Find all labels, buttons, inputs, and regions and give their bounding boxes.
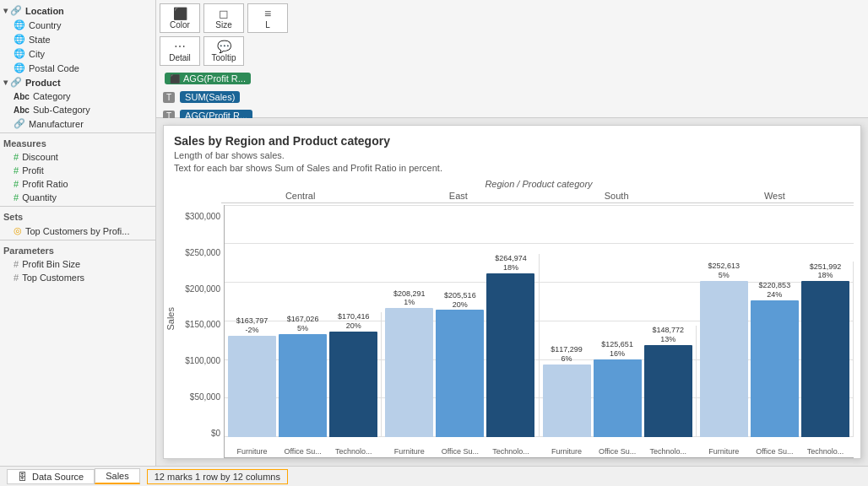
- country-label: Country: [29, 20, 62, 30]
- sidebar-item-postalcode[interactable]: 🌐 Postal Code: [0, 61, 155, 75]
- tooltip-button[interactable]: 💬 Tooltip: [203, 36, 244, 66]
- globe-icon: 🌐: [14, 48, 25, 59]
- sidebar-item-profit[interactable]: # Profit: [0, 164, 155, 177]
- bar-x-label: Technolo...: [801, 447, 849, 456]
- datasource-tab-label: Data Source: [32, 472, 84, 482]
- bar-rect: [436, 310, 484, 437]
- detail-icon: ⋯: [174, 40, 186, 53]
- region-west: West: [696, 191, 854, 203]
- topcustomers-label: Top Customers: [22, 273, 84, 283]
- l-button[interactable]: ≡ L: [247, 3, 288, 33]
- bar-rect: [700, 281, 748, 437]
- tooltip-label: Tooltip: [212, 53, 236, 62]
- globe-icon: 🌐: [14, 34, 25, 45]
- hash-icon: #: [14, 165, 19, 176]
- size-button[interactable]: ◻ Size: [203, 3, 244, 33]
- sets-icon: ◎: [14, 225, 22, 236]
- link-icon: 🔗: [14, 118, 25, 129]
- sidebar-item-manufacturer[interactable]: 🔗 Manufacturer: [0, 116, 155, 131]
- detail-label: Detail: [169, 53, 191, 62]
- sidebar-section-product[interactable]: ▾ 🔗 Product: [0, 75, 155, 89]
- bar-value-label: $205,516 20%: [444, 291, 476, 310]
- hash-icon: #: [14, 259, 19, 269]
- y-tick: $0: [211, 429, 220, 438]
- parameters-header: Parameters: [0, 242, 155, 257]
- bar-x-label: Furniture: [228, 447, 276, 456]
- bar-value-label: $163,797 -2%: [236, 316, 269, 335]
- datasource-tab[interactable]: 🗄 Data Source: [7, 469, 95, 484]
- y-tick: $100,000: [185, 356, 220, 365]
- l-icon: ≡: [264, 7, 271, 20]
- bar-x-label: Technolo...: [486, 447, 534, 456]
- bar-col: $251,992 18%Technolo...: [801, 262, 849, 437]
- y-tick: $250,000: [185, 248, 220, 257]
- pill-text: SUM(Sales): [185, 92, 235, 102]
- state-label: State: [29, 35, 51, 45]
- marks-buttons-row2: ⋯ Detail 💬 Tooltip: [160, 36, 440, 66]
- sidebar-item-city[interactable]: 🌐 City: [0, 46, 155, 61]
- sidebar-item-quantity[interactable]: # Quantity: [0, 191, 155, 204]
- bar-x-label: Furniture: [700, 447, 748, 456]
- bar-value-label: $264,974 18%: [495, 254, 527, 273]
- sidebar-item-sets[interactable]: ◎ Top Customers by Profi...: [0, 224, 155, 238]
- bar-col: $125,651 16%Office Su...: [594, 340, 642, 437]
- bars-area: $300,000 $250,000 $200,000 $150,000 $100…: [177, 205, 854, 458]
- region-group-central: $163,797 -2%Furniture$167,026 5%Office S…: [225, 312, 382, 437]
- y-tick: $50,000: [190, 392, 220, 402]
- bar-col: $252,613 5%Furniture: [700, 262, 748, 437]
- region-header: Region / Product category: [224, 179, 854, 189]
- color-button[interactable]: ⬛ Color: [160, 3, 200, 33]
- discount-label: Discount: [22, 152, 58, 162]
- sidebar-item-country[interactable]: 🌐 Country: [0, 18, 155, 32]
- chart-subtitle2: Text for each bar shows Sum of Sales and…: [174, 163, 442, 173]
- hash-icon: #: [14, 273, 19, 283]
- pill-sum-sales[interactable]: T SUM(Sales): [163, 89, 437, 105]
- sales-tab[interactable]: Sales: [95, 468, 140, 484]
- sidebar-item-category[interactable]: Abc Category: [0, 89, 155, 103]
- bar-value-label: $251,992 18%: [810, 262, 842, 281]
- manufacturer-label: Manufacturer: [29, 119, 84, 129]
- region-east: East: [379, 191, 537, 203]
- pill-agg-profit-r-green[interactable]: ⬛ AGG(Profit R...: [163, 71, 437, 86]
- bar-value-label: $117,299 6%: [551, 345, 583, 364]
- bar-col: $163,797 -2%Furniture: [228, 316, 276, 437]
- bar-x-label: Office Su...: [594, 447, 642, 456]
- bar-rect: [486, 273, 534, 437]
- sidebar-item-topcustomers[interactable]: # Top Customers: [0, 271, 155, 284]
- marks-buttons-row: ⬛ Color ◻ Size ≡ L: [160, 3, 440, 33]
- sidebar-item-subcategory[interactable]: Abc Sub-Category: [0, 103, 155, 116]
- bar-rect: [543, 364, 591, 437]
- sets-header: Sets: [0, 208, 155, 224]
- color-label: Color: [170, 20, 190, 30]
- bars-groups: $163,797 -2%Furniture$167,026 5%Office S…: [224, 205, 854, 458]
- size-label: Size: [215, 20, 231, 30]
- detail-button[interactable]: ⋯ Detail: [160, 36, 200, 66]
- sets-item-label: Top Customers by Profi...: [25, 226, 130, 236]
- bar-value-label: $167,026 5%: [287, 315, 319, 333]
- sidebar-section-location[interactable]: ▾ 🔗 Location: [0, 3, 155, 18]
- sidebar-item-state[interactable]: 🌐 State: [0, 32, 155, 46]
- y-axis-label: Sales: [164, 304, 177, 334]
- chevron-icon: ▾: [3, 6, 8, 15]
- marks-area: ⬛ Color ◻ Size ≡ L ⋯ Detail: [156, 0, 868, 118]
- bar-x-label: Office Su...: [436, 447, 484, 456]
- bar-col: $220,853 24%Office Su...: [751, 281, 799, 437]
- product-header: Product: [25, 78, 61, 88]
- bar-x-label: Technolo...: [644, 447, 692, 456]
- globe-icon: 🌐: [14, 62, 25, 73]
- sidebar-item-profitratio[interactable]: # Profit Ratio: [0, 177, 155, 191]
- bar-col: $205,516 20%Office Su...: [436, 291, 484, 437]
- status-bar: 12 marks 1 row by 12 columns: [147, 469, 288, 484]
- chart-subtitle1: Length of bar shows sales.: [174, 150, 285, 160]
- measures-header: Measures: [0, 135, 155, 150]
- sidebar-item-profitbinsize[interactable]: # Profit Bin Size: [0, 257, 155, 271]
- y-tick: $150,000: [185, 320, 220, 329]
- chevron-icon: ▾: [3, 78, 8, 87]
- marks-controls: ⬛ Color ◻ Size ≡ L ⋯ Detail: [156, 0, 443, 117]
- postalcode-label: Postal Code: [29, 63, 79, 73]
- abc-icon: Abc: [14, 92, 30, 101]
- bar-rect: [644, 345, 692, 437]
- bar-col: $148,772 13%Technolo...: [644, 326, 692, 437]
- sidebar-item-discount[interactable]: # Discount: [0, 150, 155, 164]
- bar-rect: [801, 281, 849, 437]
